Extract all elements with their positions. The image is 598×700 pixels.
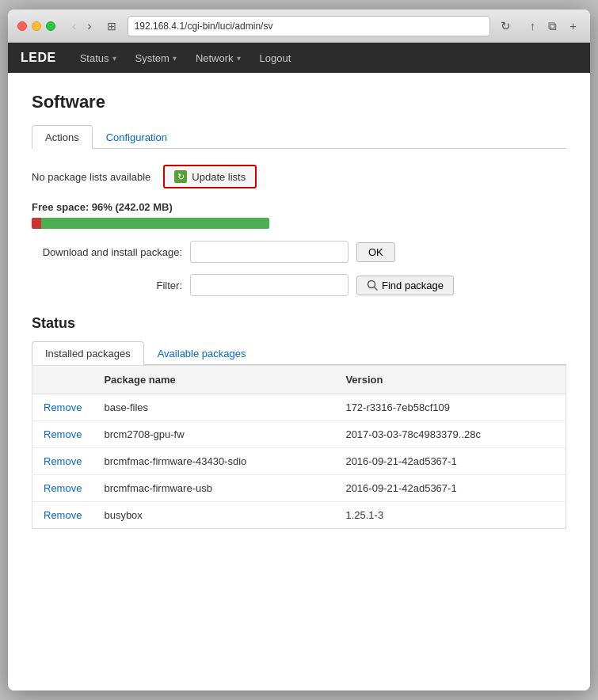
toolbar-right: ↑ ⧉ + — [526, 17, 581, 36]
chevron-down-icon: ▾ — [237, 54, 241, 63]
table-row: Remove brcmfmac-firmware-43430-sdio 2016… — [32, 448, 566, 475]
nav-bar: LEDE Status ▾ System ▾ Network ▾ Logout — [8, 43, 590, 73]
nav-arrows: ‹ › — [68, 17, 96, 35]
no-packages-row: No package lists available ↻ Update list… — [32, 165, 566, 188]
tab-available-packages[interactable]: Available packages — [144, 341, 260, 365]
download-install-row: Download and install package: OK — [32, 241, 566, 263]
nav-label-status: Status — [80, 52, 109, 64]
table-row: Remove busybox 1.25.1-3 — [32, 502, 566, 529]
update-lists-label: Update lists — [192, 171, 246, 183]
row-version: 2016-09-21-42ad5367-1 — [334, 448, 566, 475]
remove-link[interactable]: Remove — [44, 509, 82, 521]
filter-row: Filter: Find package — [32, 274, 566, 296]
find-package-button[interactable]: Find package — [356, 276, 454, 295]
nav-item-logout[interactable]: Logout — [252, 48, 299, 69]
remove-link[interactable]: Remove — [44, 401, 82, 413]
row-action: Remove — [32, 421, 93, 448]
chevron-down-icon: ▾ — [173, 54, 177, 63]
th-action — [32, 366, 93, 394]
th-package-name: Package name — [93, 366, 334, 394]
find-package-label: Find package — [382, 280, 444, 291]
row-package-name: brcmfmac-firmware-usb — [93, 475, 334, 502]
progress-free — [41, 218, 269, 229]
browser-window: ‹ › ⊞ ↻ ↑ ⧉ + LEDE Status ▾ System ▾ Net… — [8, 10, 590, 690]
download-install-input[interactable] — [190, 241, 349, 263]
row-package-name: busybox — [93, 502, 334, 529]
row-action: Remove — [32, 502, 93, 529]
update-lists-button[interactable]: ↻ Update lists — [163, 165, 257, 188]
actions-section: No package lists available ↻ Update list… — [32, 165, 566, 296]
tab-configuration[interactable]: Configuration — [93, 125, 181, 149]
svg-line-1 — [375, 287, 378, 291]
row-package-name: brcmfmac-firmware-43430-sdio — [93, 448, 334, 475]
status-title: Status — [32, 315, 566, 332]
remove-link[interactable]: Remove — [44, 455, 82, 467]
add-tab-button[interactable]: + — [566, 17, 581, 36]
page-title: Software — [32, 92, 566, 112]
minimize-button[interactable] — [32, 21, 41, 31]
filter-input[interactable] — [190, 274, 349, 296]
nav-item-system[interactable]: System ▾ — [128, 48, 185, 69]
forward-button[interactable]: › — [83, 17, 95, 35]
nav-label-system: System — [135, 52, 169, 64]
free-space-progress-bar — [32, 218, 269, 229]
search-icon — [367, 280, 378, 291]
row-action: Remove — [32, 475, 93, 502]
filter-label: Filter: — [32, 280, 182, 291]
chevron-down-icon: ▾ — [112, 54, 116, 63]
window-buttons — [17, 21, 55, 31]
row-version: 1.25.1-3 — [334, 502, 566, 529]
page-tabs: Actions Configuration — [32, 125, 566, 149]
download-install-label: Download and install package: — [32, 246, 182, 258]
tabs-button[interactable]: ⧉ — [544, 17, 561, 36]
row-action: Remove — [32, 394, 93, 421]
back-button[interactable]: ‹ — [68, 17, 80, 35]
no-packages-label: No package lists available — [32, 171, 150, 183]
table-row: Remove brcmfmac-firmware-usb 2016-09-21-… — [32, 475, 566, 502]
ok-button[interactable]: OK — [356, 242, 395, 262]
nav-item-status[interactable]: Status ▾ — [72, 48, 124, 69]
sidebar-button[interactable]: ⊞ — [102, 17, 121, 35]
remove-link[interactable]: Remove — [44, 428, 82, 440]
title-bar: ‹ › ⊞ ↻ ↑ ⧉ + — [8, 10, 590, 43]
share-button[interactable]: ↑ — [526, 17, 540, 36]
th-version: Version — [334, 366, 566, 394]
row-action: Remove — [32, 448, 93, 475]
row-package-name: brcm2708-gpu-fw — [93, 421, 334, 448]
nav-item-network[interactable]: Network ▾ — [188, 48, 249, 69]
package-table: Package name Version Remove base-files 1… — [32, 365, 566, 529]
table-row: Remove base-files 172-r3316-7eb58cf109 — [32, 394, 566, 421]
status-section: Status Installed packages Available pack… — [32, 315, 566, 529]
page-content: Software Actions Configuration No packag… — [8, 73, 590, 690]
nav-label-network: Network — [196, 52, 234, 64]
maximize-button[interactable] — [46, 21, 55, 31]
row-version: 2017-03-03-78c4983379..28c — [334, 421, 566, 448]
progress-used — [32, 218, 41, 229]
close-button[interactable] — [17, 21, 27, 31]
url-bar[interactable] — [128, 16, 490, 36]
package-tbody: Remove base-files 172-r3316-7eb58cf109 R… — [32, 394, 566, 529]
refresh-button[interactable]: ↻ — [497, 17, 515, 36]
update-icon: ↻ — [174, 170, 187, 183]
row-version: 2016-09-21-42ad5367-1 — [334, 475, 566, 502]
status-tabs: Installed packages Available packages — [32, 341, 566, 365]
table-row: Remove brcm2708-gpu-fw 2017-03-03-78c498… — [32, 421, 566, 448]
tab-installed-packages[interactable]: Installed packages — [32, 341, 144, 365]
row-version: 172-r3316-7eb58cf109 — [334, 394, 566, 421]
row-package-name: base-files — [93, 394, 334, 421]
brand-logo: LEDE — [21, 51, 56, 65]
remove-link[interactable]: Remove — [44, 482, 82, 494]
tab-actions[interactable]: Actions — [32, 125, 93, 149]
table-header-row: Package name Version — [32, 366, 566, 394]
free-space-label: Free space: 96% (242.02 MB) — [32, 201, 566, 213]
